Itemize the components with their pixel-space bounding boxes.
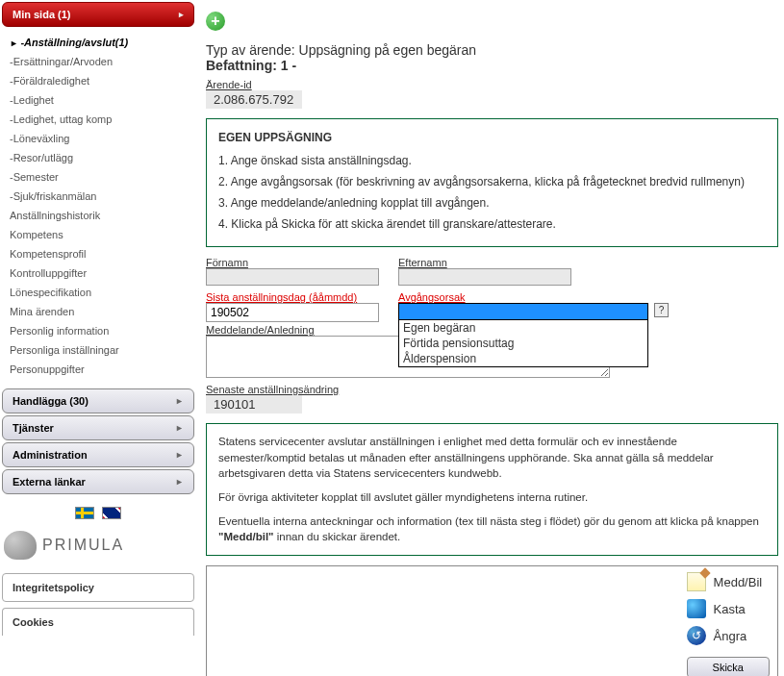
sidebar: Min sida (1) ▸ -Anställning/avslut(1) -E… <box>2 2 194 641</box>
nav-item[interactable]: Personliga inställningar <box>10 340 192 360</box>
nav-item[interactable]: Kompetensprofil <box>10 244 192 263</box>
instruction-step: 4. Klicka på Skicka för att skicka ärend… <box>218 215 766 233</box>
dropdown-option[interactable]: Förtida pensionsuttag <box>399 336 647 351</box>
chevron-right-icon: ► <box>175 423 184 433</box>
nav-item[interactable]: Kontrolluppgifter <box>10 263 192 283</box>
nav-item[interactable]: -Resor/utlägg <box>10 148 192 167</box>
fornamn-field[interactable] <box>206 268 379 286</box>
arende-id-value: 2.086.675.792 <box>206 90 302 109</box>
instructions-panel: EGEN UPPSÄGNING 1. Ange önskad sista ans… <box>206 118 778 247</box>
language-switch <box>2 506 194 519</box>
nav-section-label: Handlägga (30) <box>13 395 89 407</box>
brand-text: PRIMULA <box>42 537 124 554</box>
nav-item[interactable]: -Löneväxling <box>10 129 192 148</box>
nav-item[interactable]: -Semester <box>10 167 192 187</box>
instructions-title: EGEN UPPSÄGNING <box>218 129 766 146</box>
angra-button[interactable]: Ångra <box>687 626 747 645</box>
nav-section-handlagga[interactable]: Handlägga (30) ► <box>2 388 194 413</box>
info-text: För övriga aktiviteter kopplat till avsl… <box>218 489 766 506</box>
senaste-andring-label: Senaste anställningsändring <box>206 384 339 395</box>
action-label: Kasta <box>714 602 746 616</box>
nav-section-minsida[interactable]: Min sida (1) ▸ <box>2 2 194 27</box>
instruction-step: 2. Ange avgångsorsak (för beskrivning av… <box>218 173 766 190</box>
plus-icon: + <box>211 13 219 29</box>
befattning-value: 1 - <box>281 58 296 73</box>
chevron-right-icon: ► <box>175 477 184 487</box>
nav-item[interactable]: Personuppgifter <box>10 360 192 379</box>
senaste-andring-value: 190101 <box>206 395 302 413</box>
main-content: + Typ av ärende: Uppsägning på egen begä… <box>206 2 782 676</box>
instruction-step: 3. Ange meddelande/anledning kopplat til… <box>218 194 766 212</box>
nav-item[interactable]: -Föräldraledighet <box>10 71 192 90</box>
nav-item-anstallning-avslut[interactable]: -Anställning/avslut(1) <box>10 33 192 52</box>
nav-item[interactable]: Mina ärenden <box>10 302 192 321</box>
nav-item[interactable]: -Ledighet, uttag komp <box>10 110 192 129</box>
info-panel: Statens servicecenter avslutar anställni… <box>206 423 778 556</box>
nav-section-tjanster[interactable]: Tjänster ► <box>2 415 194 440</box>
case-type-value: Uppsägning på egen begäran <box>299 42 477 58</box>
footer-link-integritetspolicy[interactable]: Integritetspolicy <box>2 573 194 602</box>
nav-section-label: Externa länkar <box>13 476 86 488</box>
nav-item[interactable]: Lönespecifikation <box>10 283 192 302</box>
action-box: Medd/Bil Kasta Ångra Skicka <box>206 565 778 676</box>
nav-section-externa[interactable]: Externa länkar ► <box>2 469 194 494</box>
medd-bil-button[interactable]: Medd/Bil <box>687 572 763 591</box>
efternamn-field[interactable] <box>398 268 571 286</box>
sista-anstallningsdag-field[interactable] <box>206 303 379 322</box>
instruction-step: 1. Ange önskad sista anställningsdag. <box>218 152 766 169</box>
info-text: Statens servicecenter avslutar anställni… <box>218 434 766 482</box>
help-button[interactable]: ? <box>654 303 669 317</box>
info-text: Eventuella interna anteckningar och info… <box>218 513 766 545</box>
avgangsorsak-options: Egen begäran Förtida pensionsuttag Ålder… <box>398 320 648 367</box>
action-label: Medd/Bil <box>714 575 763 589</box>
trash-icon <box>687 599 706 618</box>
nav-section-label: Tjänster <box>13 422 54 434</box>
add-button[interactable]: + <box>206 12 225 31</box>
dropdown-option[interactable]: Egen begäran <box>399 320 647 336</box>
nav-item[interactable]: Anställningshistorik <box>10 206 192 225</box>
nav-item[interactable]: -Ledighet <box>10 90 192 110</box>
avgangsorsak-label: Avgångsorsak <box>398 291 669 303</box>
arende-id-label: Ärende-id <box>206 79 778 90</box>
flag-sv-icon[interactable] <box>75 507 94 519</box>
nav-item[interactable]: -Ersättningar/Arvoden <box>10 52 192 71</box>
nav-item[interactable]: -Sjuk/friskanmälan <box>10 187 192 206</box>
chevron-right-icon: ► <box>175 396 184 406</box>
footer-link-cookies[interactable]: Cookies <box>2 608 194 636</box>
flag-uk-icon[interactable] <box>102 507 121 519</box>
nav-section-label: Administration <box>13 449 88 461</box>
skicka-button[interactable]: Skicka <box>687 657 770 676</box>
nav-section-label: Min sida (1) <box>13 9 71 20</box>
case-type-label: Typ av ärende: <box>206 42 295 58</box>
kasta-button[interactable]: Kasta <box>687 599 746 618</box>
nav-list-minsida: -Anställning/avslut(1) -Ersättningar/Arv… <box>2 29 194 388</box>
nav-section-administration[interactable]: Administration ► <box>2 442 194 467</box>
brand-logo: PRIMULA <box>2 527 194 573</box>
chevron-right-icon: ▸ <box>179 10 184 19</box>
avgangsorsak-select[interactable] <box>398 303 648 320</box>
sista-anstallningsdag-label: Sista anställningsdag (ååmmdd) <box>206 291 379 303</box>
undo-icon <box>687 626 706 645</box>
nav-item[interactable]: Kompetens <box>10 225 192 244</box>
case-header: Typ av ärende: Uppsägning på egen begära… <box>206 42 778 73</box>
action-label: Ångra <box>714 629 747 643</box>
befattning-label: Befattning: <box>206 58 277 73</box>
note-icon <box>687 572 706 591</box>
nav-item[interactable]: Personlig information <box>10 321 192 340</box>
dropdown-option[interactable]: Ålderspension <box>399 351 647 366</box>
chevron-right-icon: ► <box>175 450 184 460</box>
fornamn-label: Förnamn <box>206 257 379 268</box>
primula-logo-icon <box>4 531 37 560</box>
efternamn-label: Efternamn <box>398 257 571 268</box>
